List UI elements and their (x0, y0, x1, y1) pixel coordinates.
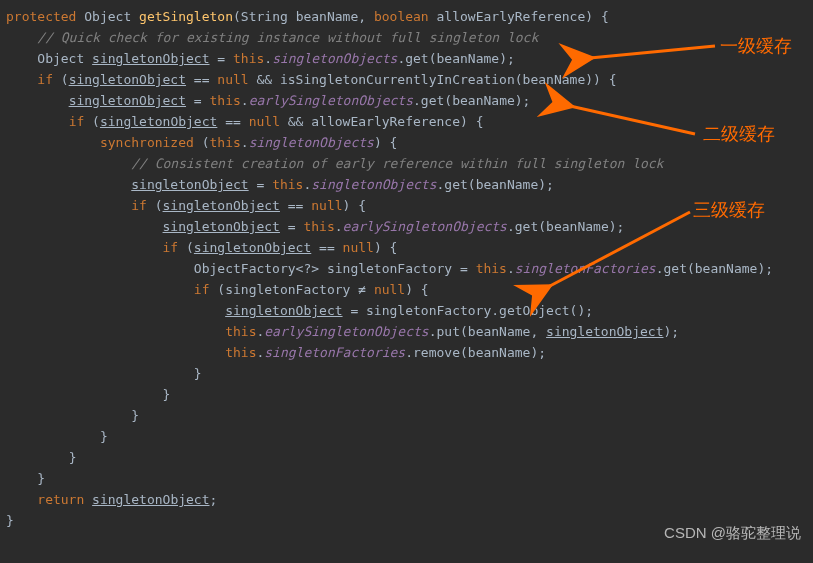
brace: } (163, 387, 171, 402)
kw-null: null (343, 240, 374, 255)
punct: ( (178, 240, 194, 255)
type: String (241, 9, 288, 24)
var: singletonObject (92, 492, 209, 507)
kw-this: this (210, 135, 241, 150)
punct: (beanName); (460, 345, 546, 360)
punct: ( (84, 114, 100, 129)
op: && (280, 114, 311, 129)
punct: . (429, 324, 437, 339)
punct: . (491, 303, 499, 318)
op: == (186, 72, 217, 87)
field: earlySingletonObjects (249, 93, 413, 108)
punct: ) { (405, 282, 428, 297)
kw-this: this (210, 93, 241, 108)
var: singletonObject (194, 240, 311, 255)
type: Object (84, 9, 131, 24)
var: singletonObject (131, 177, 248, 192)
kw: protected (6, 9, 76, 24)
var: singletonObject (163, 198, 280, 213)
kw: if (194, 282, 210, 297)
punct: (beanName); (444, 93, 530, 108)
kw: if (37, 72, 53, 87)
op: = (280, 219, 303, 234)
op: == (311, 240, 342, 255)
field: earlySingletonObjects (343, 219, 507, 234)
var: singletonObject (546, 324, 663, 339)
var: singletonObject (69, 72, 186, 87)
field: singletonObjects (311, 177, 436, 192)
punct: . (507, 219, 515, 234)
field: singletonFactories (264, 345, 405, 360)
punct: ) { (374, 135, 397, 150)
op: && (249, 72, 280, 87)
kw: synchronized (100, 135, 194, 150)
call: remove (413, 345, 460, 360)
kw-this: this (225, 324, 256, 339)
op: = (343, 303, 366, 318)
punct: . (507, 261, 515, 276)
kw-null: null (249, 114, 280, 129)
comment: // Consistent creation of early referenc… (131, 156, 663, 171)
var: singletonObject (100, 114, 217, 129)
kw-null: null (311, 198, 342, 213)
punct: ) { (585, 9, 608, 24)
brace: } (69, 450, 77, 465)
watermark: CSDN @骆驼整理说 (664, 524, 801, 543)
punct: . (264, 51, 272, 66)
punct: (beanName, (460, 324, 546, 339)
punct: , (358, 9, 374, 24)
var: singletonObject (92, 51, 209, 66)
op: = (452, 261, 475, 276)
kw-this: this (476, 261, 507, 276)
op: = (210, 51, 233, 66)
punct: (beanName)) { (515, 72, 617, 87)
comment: // Quick check for existing instance wit… (37, 30, 538, 45)
field: singletonFactories (515, 261, 656, 276)
var: singletonObject (225, 303, 342, 318)
call: get (405, 51, 428, 66)
punct: ( (53, 72, 69, 87)
call: get (663, 261, 686, 276)
param: beanName (296, 9, 359, 24)
punct: . (335, 219, 343, 234)
call: isSingletonCurrentlyInCreation (280, 72, 515, 87)
field: earlySingletonObjects (264, 324, 428, 339)
punct: ) { (343, 198, 366, 213)
punct: (); (570, 303, 593, 318)
type: ObjectFactory<?> (194, 261, 327, 276)
call: getObject (499, 303, 569, 318)
punct: (beanName); (468, 177, 554, 192)
var: singletonFactory (225, 282, 350, 297)
kw-this: this (233, 51, 264, 66)
method-name: getSingleton (139, 9, 233, 24)
kw: if (69, 114, 85, 129)
punct: (beanName); (538, 219, 624, 234)
punct: (beanName); (687, 261, 773, 276)
op: == (280, 198, 311, 213)
kw: if (163, 240, 179, 255)
code-block: protected Object getSingleton(String bea… (0, 0, 813, 531)
brace: } (37, 471, 45, 486)
punct: . (241, 135, 249, 150)
brace: } (131, 408, 139, 423)
call: put (437, 324, 460, 339)
param: allowEarlyReference (437, 9, 586, 24)
kw: boolean (374, 9, 429, 24)
kw-null: null (374, 282, 405, 297)
brace: } (194, 366, 202, 381)
call: get (444, 177, 467, 192)
call: get (515, 219, 538, 234)
var: singletonFactory (327, 261, 452, 276)
punct: . (413, 93, 421, 108)
var: singletonObject (69, 93, 186, 108)
punct: ( (233, 9, 241, 24)
brace: } (100, 429, 108, 444)
call: get (421, 93, 444, 108)
punct: ( (210, 282, 226, 297)
punct: ) { (374, 240, 397, 255)
var: singletonObject (163, 219, 280, 234)
punct: ( (194, 135, 210, 150)
op: = (186, 93, 209, 108)
brace: } (6, 513, 14, 528)
punct: . (405, 345, 413, 360)
